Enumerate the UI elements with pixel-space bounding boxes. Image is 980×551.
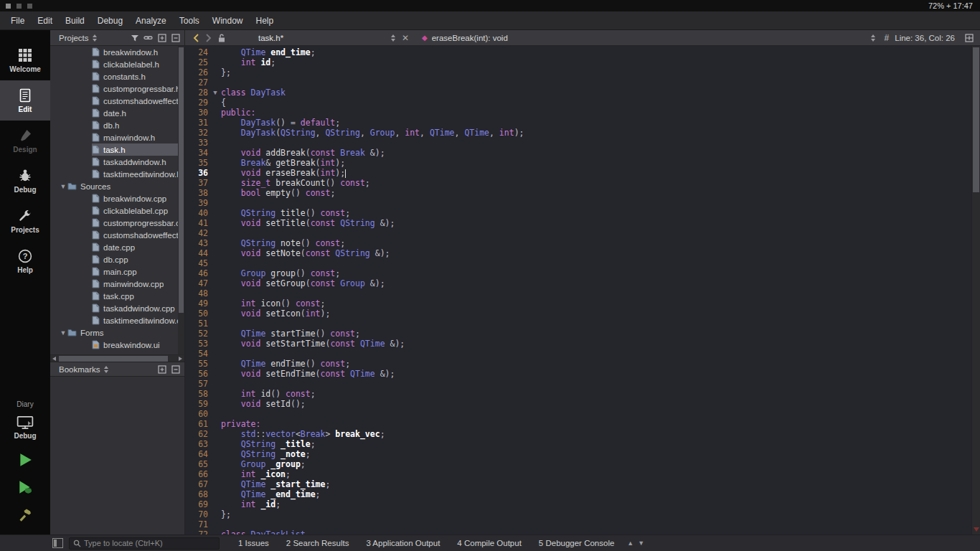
tree-item-tasktimeeditwindow.cpp[interactable]: tasktimeeditwindow.cpp xyxy=(50,314,184,326)
tree-item-mainwindow.h[interactable]: mainwindow.h xyxy=(50,131,184,143)
tree-item-main.cpp[interactable]: main.cpp xyxy=(50,265,184,278)
output-pane-down-icon[interactable]: ▼ xyxy=(638,540,644,547)
line-number[interactable]: 37 xyxy=(185,178,209,188)
tree-item-task.cpp[interactable]: task.cpp xyxy=(50,290,184,302)
code-line-52[interactable]: 52 QTime startTime() const; xyxy=(185,329,971,339)
line-number[interactable]: 29 xyxy=(185,98,209,108)
code-line-71[interactable]: 71 xyxy=(185,519,971,529)
code-editor[interactable]: 24 QTime end_time;25 int id;26};2728▼cla… xyxy=(185,46,980,534)
code-line-27[interactable]: 27 xyxy=(185,77,971,88)
tree-item-constants.h[interactable]: constants.h xyxy=(50,70,184,83)
line-number[interactable]: 61 xyxy=(185,419,209,429)
fold-marker-icon[interactable]: ▼ xyxy=(209,88,221,98)
line-number[interactable]: 68 xyxy=(185,489,209,499)
code-line-58[interactable]: 58 int id() const; xyxy=(185,389,971,399)
code-line-55[interactable]: 55 QTime endTime() const; xyxy=(185,359,971,369)
tree-item-customprogressbar.h[interactable]: customprogressbar.h xyxy=(50,83,184,95)
line-number[interactable]: 35 xyxy=(185,158,209,168)
menu-debug[interactable]: Debug xyxy=(91,13,129,29)
line-number[interactable]: 47 xyxy=(185,278,209,288)
line-number[interactable]: 26 xyxy=(185,67,209,77)
code-line-53[interactable]: 53 void setStartTime(const QTime &); xyxy=(185,339,971,349)
line-number[interactable]: 43 xyxy=(185,238,209,248)
go-forward-icon[interactable] xyxy=(202,32,215,44)
split-new-icon[interactable] xyxy=(155,32,169,44)
line-number[interactable]: 62 xyxy=(185,429,209,439)
line-number[interactable]: 72 xyxy=(185,529,209,534)
line-number[interactable]: 52 xyxy=(185,329,209,339)
menu-file[interactable]: File xyxy=(4,13,31,29)
workspace-indicator[interactable] xyxy=(17,4,22,9)
code-line-24[interactable]: 24 QTime end_time; xyxy=(185,47,971,57)
split-editor-icon[interactable] xyxy=(962,32,976,44)
locator-field[interactable] xyxy=(69,537,220,550)
line-number[interactable]: 40 xyxy=(185,208,209,218)
tree-item-taskaddwindow.h[interactable]: taskaddwindow.h xyxy=(50,156,184,168)
close-document-icon[interactable]: ✕ xyxy=(399,33,412,43)
code-line-34[interactable]: 34 void addBreak(const Break &); xyxy=(185,148,971,158)
line-number[interactable]: 50 xyxy=(185,309,209,319)
line-number[interactable]: 38 xyxy=(185,188,209,198)
expand-arrow-icon[interactable]: ▼ xyxy=(59,329,67,336)
code-line-31[interactable]: 31 DayTask() = default; xyxy=(185,118,971,128)
workspace-indicator[interactable] xyxy=(27,4,32,9)
tree-vertical-scrollbar[interactable] xyxy=(178,46,184,354)
vscroll-thumb[interactable] xyxy=(973,47,979,192)
menu-tools[interactable]: Tools xyxy=(173,13,206,29)
code-line-39[interactable]: 39 xyxy=(185,198,971,208)
code-line-60[interactable]: 60 xyxy=(185,409,971,419)
kit-flyout-arrow[interactable] xyxy=(28,421,31,425)
code-line-40[interactable]: 40 QString title() const; xyxy=(185,208,971,218)
tree-item-customshadoweffect.cpp[interactable]: customshadoweffect.cpp xyxy=(50,229,184,241)
code-line-51[interactable]: 51 xyxy=(185,319,971,329)
code-line-50[interactable]: 50 void setIcon(int); xyxy=(185,309,971,319)
output-pane-search-results[interactable]: 2 Search Results xyxy=(278,539,358,547)
line-number[interactable]: 44 xyxy=(185,248,209,258)
line-number[interactable]: 66 xyxy=(185,469,209,479)
code-line-47[interactable]: 47 void setGroup(const Group &); xyxy=(185,278,971,288)
output-pane-up-icon[interactable]: ▲ xyxy=(627,540,633,547)
line-number[interactable]: 69 xyxy=(185,499,209,509)
mode-debug[interactable]: Debug xyxy=(0,161,50,201)
link-with-editor-icon[interactable] xyxy=(141,32,155,44)
code-line-48[interactable]: 48 xyxy=(185,288,971,298)
menu-edit[interactable]: Edit xyxy=(31,13,59,29)
line-number[interactable]: 25 xyxy=(185,57,209,67)
code-line-28[interactable]: 28▼class DayTask xyxy=(185,88,971,98)
close-panel-icon[interactable] xyxy=(169,32,182,44)
start-debugging-button[interactable] xyxy=(13,477,37,500)
line-number[interactable]: 42 xyxy=(185,228,209,238)
go-back-icon[interactable] xyxy=(189,32,202,44)
menu-help[interactable]: Help xyxy=(250,13,281,29)
tree-item-mainwindow.cpp[interactable]: mainwindow.cpp xyxy=(50,278,184,290)
code-line-49[interactable]: 49 int icon() const; xyxy=(185,298,971,309)
line-number[interactable]: 51 xyxy=(185,319,209,329)
tree-item-task.h[interactable]: task.h xyxy=(50,143,184,156)
kit-selector[interactable]: Debug xyxy=(14,415,36,440)
line-number[interactable]: 27 xyxy=(185,77,209,88)
line-number[interactable]: 65 xyxy=(185,459,209,469)
output-pane-debugger-console[interactable]: 5 Debugger Console xyxy=(530,539,623,547)
line-number[interactable]: 28 xyxy=(185,88,209,98)
code-line-29[interactable]: 29{ xyxy=(185,98,971,108)
output-pane-application-output[interactable]: 3 Application Output xyxy=(357,539,448,547)
line-number[interactable]: 24 xyxy=(185,47,209,57)
line-number[interactable]: 31 xyxy=(185,118,209,128)
mode-help[interactable]: ?Help xyxy=(0,241,50,281)
filter-icon[interactable] xyxy=(128,32,141,44)
encoding-hash-icon[interactable]: # xyxy=(879,33,895,43)
line-number[interactable]: 57 xyxy=(185,379,209,389)
line-number[interactable]: 64 xyxy=(185,449,209,459)
editor-vertical-scrollbar[interactable] xyxy=(971,46,980,534)
line-number[interactable]: 32 xyxy=(185,128,209,138)
line-number[interactable]: 55 xyxy=(185,359,209,369)
line-number[interactable]: 34 xyxy=(185,148,209,158)
line-number[interactable]: 49 xyxy=(185,298,209,309)
line-number[interactable]: 33 xyxy=(185,138,209,148)
code-line-64[interactable]: 64 QString _note; xyxy=(185,449,971,459)
code-line-72[interactable]: 72class DayTaskList xyxy=(185,529,971,534)
line-number[interactable]: 60 xyxy=(185,409,209,419)
lock-icon[interactable] xyxy=(215,32,228,44)
code-line-59[interactable]: 59 void setId(); xyxy=(185,399,971,409)
code-line-65[interactable]: 65 Group _group; xyxy=(185,459,971,469)
